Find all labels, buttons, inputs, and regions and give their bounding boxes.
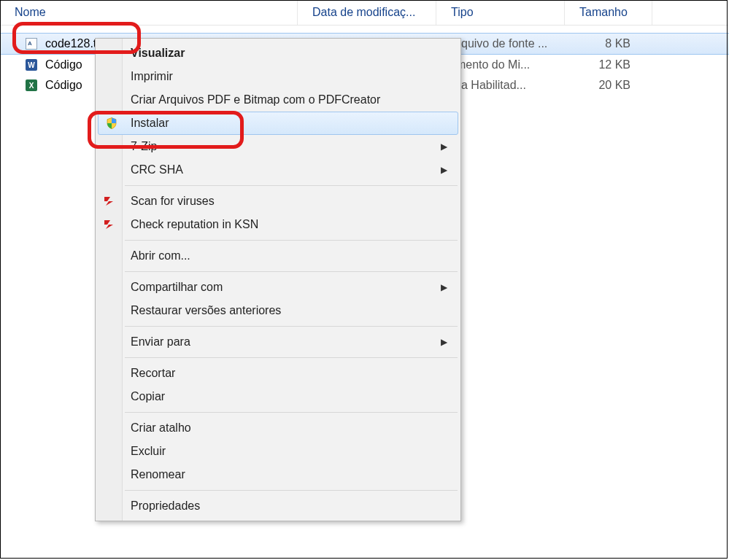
column-header-size[interactable]: Tamanho	[565, 0, 652, 25]
menu-item-7zip[interactable]: 7-Zip ▶	[96, 135, 460, 158]
menu-item-pdfcreator[interactable]: Criar Arquivos PDF e Bitmap com o PDFCre…	[96, 88, 460, 112]
menu-separator	[125, 271, 458, 272]
menu-label: 7-Zip	[131, 140, 157, 153]
uac-shield-icon	[104, 116, 119, 131]
word-file-icon: W	[25, 58, 38, 71]
kaspersky-icon	[101, 194, 116, 209]
menu-label: Check reputation in KSN	[131, 218, 258, 231]
menu-separator	[125, 326, 458, 327]
menu-item-restaurar[interactable]: Restaurar versões anteriores	[96, 299, 460, 322]
submenu-arrow-icon: ▶	[441, 282, 447, 292]
menu-label: Compartilhar com	[131, 281, 223, 294]
excel-file-icon: X	[25, 79, 38, 92]
menu-item-renomear[interactable]: Renomear	[96, 463, 460, 486]
file-size: 12 KB	[565, 58, 652, 71]
menu-separator	[125, 185, 458, 186]
column-header-date[interactable]: Data de modificaç...	[298, 0, 436, 25]
submenu-arrow-icon: ▶	[441, 141, 447, 152]
menu-label: CRC SHA	[131, 163, 183, 176]
file-name: Código	[45, 79, 82, 92]
menu-label: Visualizar	[131, 47, 185, 60]
column-header-type[interactable]: Tipo	[436, 0, 565, 25]
menu-item-recortar[interactable]: Recortar	[96, 362, 460, 385]
file-size: 8 KB	[565, 37, 652, 50]
font-file-icon: A	[25, 37, 38, 50]
menu-label: Recortar	[131, 367, 175, 380]
menu-item-abrir-com[interactable]: Abrir com...	[96, 244, 460, 268]
file-name: Código	[45, 58, 82, 71]
menu-item-copiar[interactable]: Copiar	[96, 385, 460, 408]
menu-label: Criar atalho	[131, 421, 191, 435]
menu-item-visualizar[interactable]: Visualizar	[96, 42, 460, 65]
submenu-arrow-icon: ▶	[441, 337, 447, 347]
submenu-arrow-icon: ▶	[441, 165, 447, 175]
menu-item-scan-viruses[interactable]: Scan for viruses	[96, 190, 460, 213]
menu-item-criar-atalho[interactable]: Criar atalho	[96, 416, 460, 440]
file-size: 20 KB	[565, 79, 652, 92]
menu-item-instalar[interactable]: Instalar	[98, 112, 458, 135]
menu-item-ksn[interactable]: Check reputation in KSN	[96, 213, 460, 236]
menu-label: Excluir	[131, 445, 166, 458]
menu-item-excluir[interactable]: Excluir	[96, 440, 460, 463]
context-menu: Visualizar Imprimir Criar Arquivos PDF e…	[95, 38, 461, 521]
menu-separator	[125, 357, 458, 358]
kaspersky-icon	[101, 217, 116, 232]
menu-label: Enviar para	[131, 335, 190, 349]
menu-separator	[125, 240, 458, 241]
column-headers: Nome Data de modificaç... Tipo Tamanho	[0, 0, 729, 26]
menu-item-crcsha[interactable]: CRC SHA ▶	[96, 158, 460, 182]
menu-separator	[125, 490, 458, 491]
menu-separator	[125, 412, 458, 413]
menu-label: Renomear	[131, 468, 185, 481]
menu-label: Scan for viruses	[131, 195, 215, 208]
menu-item-imprimir[interactable]: Imprimir	[96, 65, 460, 88]
menu-item-enviar-para[interactable]: Enviar para ▶	[96, 330, 460, 354]
menu-label: Imprimir	[131, 70, 173, 83]
menu-label: Propriedades	[131, 499, 200, 513]
menu-label: Restaurar versões anteriores	[131, 304, 281, 317]
menu-label: Criar Arquivos PDF e Bitmap com o PDFCre…	[131, 93, 380, 106]
menu-label: Abrir com...	[131, 249, 190, 262]
menu-item-propriedades[interactable]: Propriedades	[96, 494, 460, 518]
menu-label: Copiar	[131, 390, 165, 403]
column-header-name[interactable]: Nome	[0, 0, 298, 25]
menu-label: Instalar	[131, 117, 169, 130]
menu-item-compartilhar[interactable]: Compartilhar com ▶	[96, 276, 460, 299]
